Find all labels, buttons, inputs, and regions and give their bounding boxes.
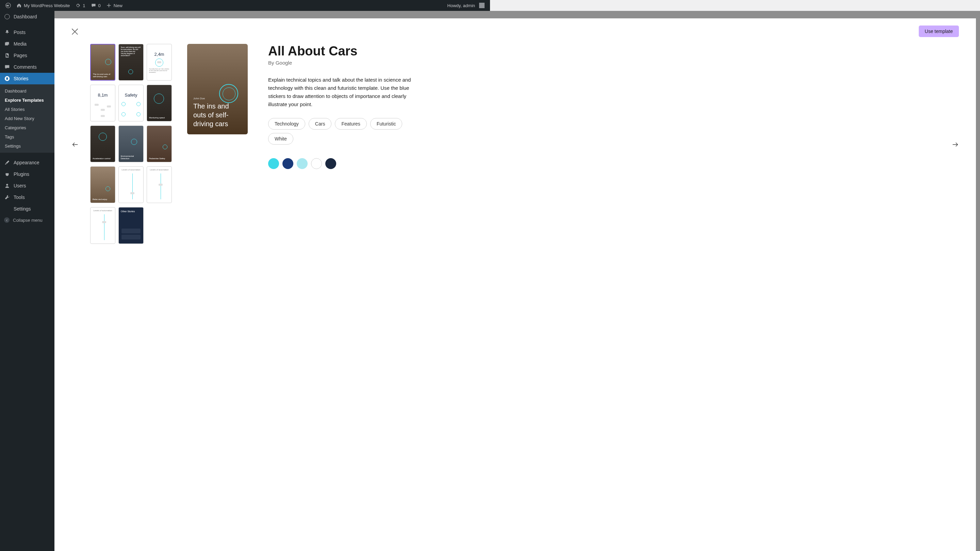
admin-bar: My WordPress Website 1 0 New Howdy, admi… bbox=[0, 0, 490, 11]
tag-cars[interactable]: Cars bbox=[309, 118, 332, 130]
thumb-9[interactable]: Pedestrian Safety bbox=[147, 125, 172, 162]
dashboard-icon bbox=[4, 14, 10, 20]
arrow-left-icon bbox=[72, 141, 79, 148]
tag-white[interactable]: White bbox=[268, 133, 293, 144]
comments-link[interactable]: 0 bbox=[88, 0, 103, 11]
tag-technology[interactable]: Technology bbox=[268, 118, 305, 130]
howdy-text: Howdy, admin bbox=[447, 3, 475, 8]
updates-link[interactable]: 1 bbox=[73, 0, 88, 11]
refresh-icon bbox=[75, 3, 81, 8]
sub-all-stories[interactable]: All Stories bbox=[0, 105, 54, 114]
svg-rect-4 bbox=[6, 77, 8, 79]
svg-point-2 bbox=[6, 44, 7, 45]
thumb-7[interactable]: Acceleration control bbox=[90, 125, 115, 162]
pin-icon bbox=[4, 29, 10, 35]
preview-ring-icon bbox=[219, 84, 238, 103]
swatch-4 bbox=[311, 158, 322, 169]
thumb-1[interactable]: The ins and outs of self-driving cars bbox=[90, 44, 115, 81]
menu-comments[interactable]: Comments bbox=[0, 61, 54, 73]
plug-icon bbox=[4, 171, 10, 177]
tag-futuristic[interactable]: Futuristic bbox=[370, 118, 402, 130]
page-thumbnails: The ins and outs of self-driving cars So… bbox=[90, 44, 172, 244]
prev-template-button[interactable] bbox=[72, 141, 79, 148]
thumb-14[interactable]: Other Stories bbox=[118, 207, 143, 244]
menu-plugins[interactable]: Plugins bbox=[0, 168, 54, 180]
swatch-2 bbox=[282, 158, 293, 169]
menu-users[interactable]: Users bbox=[0, 180, 54, 192]
thumb-6[interactable]: Monitoring speed bbox=[147, 85, 172, 121]
thumb-10[interactable]: Relax and enjoy bbox=[90, 166, 115, 203]
thumb-12[interactable]: Levels of automation bbox=[147, 166, 172, 203]
comment-icon bbox=[91, 3, 96, 8]
thumb-8[interactable]: Environmental Detection bbox=[118, 125, 143, 162]
svg-point-5 bbox=[6, 184, 8, 186]
home-icon bbox=[16, 3, 22, 8]
template-description: Explain technical topics and talk about … bbox=[268, 76, 418, 108]
updates-count: 1 bbox=[83, 3, 85, 8]
menu-media[interactable]: Media bbox=[0, 38, 54, 50]
plus-icon bbox=[106, 3, 111, 8]
template-title: All About Cars bbox=[268, 44, 418, 59]
menu-posts[interactable]: Posts bbox=[0, 27, 54, 38]
stories-submenu: Dashboard Explore Templates All Stories … bbox=[0, 84, 54, 153]
chevron-left-icon bbox=[4, 218, 10, 223]
thumb-4[interactable]: 8,1m bbox=[90, 85, 115, 121]
user-icon bbox=[4, 183, 10, 189]
collapse-menu[interactable]: Collapse menu bbox=[0, 214, 54, 225]
menu-appearance[interactable]: Appearance bbox=[0, 157, 54, 168]
template-byline: By Google bbox=[268, 60, 418, 66]
wordpress-icon bbox=[5, 3, 11, 8]
swatch-5 bbox=[325, 158, 336, 169]
thumb-2[interactable]: Soon, self-driving cars will be everywhe… bbox=[118, 44, 143, 81]
sub-settings[interactable]: Settings bbox=[0, 141, 54, 151]
thumb-13[interactable]: Levels of automation bbox=[90, 207, 115, 244]
sub-add-new-story[interactable]: Add New Story bbox=[0, 114, 54, 123]
site-name-link[interactable]: My WordPress Website bbox=[14, 0, 73, 11]
wp-logo[interactable] bbox=[3, 0, 14, 11]
menu-settings[interactable]: Settings bbox=[0, 203, 54, 214]
avatar bbox=[479, 3, 485, 8]
page-preview: John Doe The ins and outs of self-drivin… bbox=[187, 44, 248, 134]
preview-author: John Doe bbox=[193, 97, 205, 100]
thumb-3[interactable]: 2,4mCurrently there are 2,4m vehicles on… bbox=[147, 44, 172, 81]
new-link[interactable]: New bbox=[103, 0, 125, 11]
thumb-11[interactable]: Levels of automation bbox=[118, 166, 143, 203]
account-link[interactable]: Howdy, admin bbox=[445, 0, 487, 11]
sub-explore-templates[interactable]: Explore Templates bbox=[0, 95, 54, 105]
color-swatches bbox=[268, 158, 418, 169]
content-area: Use template The ins and outs of self-dr… bbox=[54, 11, 490, 275]
tag-features[interactable]: Features bbox=[335, 118, 366, 130]
template-tags: Technology Cars Features Futuristic Whit… bbox=[268, 118, 418, 144]
sliders-icon bbox=[4, 206, 10, 212]
brush-icon bbox=[4, 159, 10, 166]
thumb-5[interactable]: Safety bbox=[118, 85, 143, 121]
menu-dashboard[interactable]: Dashboard bbox=[0, 11, 54, 22]
template-details: All About Cars By Google Explain technic… bbox=[268, 44, 418, 169]
comments-icon bbox=[4, 64, 10, 70]
sub-categories[interactable]: Categories bbox=[0, 123, 54, 132]
close-button[interactable] bbox=[72, 28, 78, 35]
swatch-3 bbox=[297, 158, 308, 169]
menu-pages[interactable]: Pages bbox=[0, 50, 54, 61]
media-icon bbox=[4, 41, 10, 47]
sub-tags[interactable]: Tags bbox=[0, 132, 54, 141]
sub-dashboard[interactable]: Dashboard bbox=[0, 86, 54, 95]
stories-icon bbox=[4, 76, 10, 82]
pages-icon bbox=[4, 52, 10, 59]
site-name: My WordPress Website bbox=[24, 3, 70, 8]
swatch-1 bbox=[268, 158, 279, 169]
new-label: New bbox=[114, 3, 123, 8]
preview-title: The ins and outs of self-driving cars bbox=[193, 102, 234, 128]
template-modal: Use template The ins and outs of self-dr… bbox=[54, 18, 490, 275]
menu-tools[interactable]: Tools bbox=[0, 192, 54, 203]
admin-sidebar: Dashboard Posts Media Pages Comments Sto… bbox=[0, 11, 54, 275]
menu-stories[interactable]: Stories bbox=[0, 73, 54, 84]
wrench-icon bbox=[4, 194, 10, 200]
comments-count: 0 bbox=[98, 3, 101, 8]
